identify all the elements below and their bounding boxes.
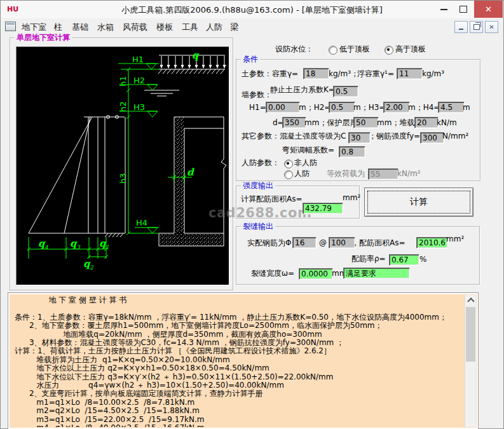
- menu-item-beam[interactable]: 梁: [230, 22, 238, 33]
- buoyant-gamma-unit: kg/m³: [422, 69, 444, 79]
- dim-h3-label: h3: [118, 173, 128, 184]
- scroll-up-button[interactable]: [465, 295, 476, 306]
- rebar-area-unit: mm²: [446, 235, 464, 244]
- report-scrollbar[interactable]: [465, 295, 476, 427]
- as-output-field[interactable]: 432.79: [303, 203, 343, 214]
- k-label: 静止土压力系数K=: [270, 85, 335, 95]
- menu-item-foundation[interactable]: 基础: [72, 22, 88, 33]
- dim-h2-label: h2: [118, 101, 128, 112]
- verdict-field[interactable]: 满足要求: [343, 268, 410, 279]
- steel-strength-field[interactable]: 300: [420, 132, 444, 144]
- report-line: m1=q1×Lo /8=10.00×2.5 /8=7.81kN.m: [15, 398, 464, 407]
- menu-item-windload[interactable]: 风荷载: [123, 22, 147, 33]
- dim-h1-label: h1: [118, 76, 128, 86]
- footing-section: [160, 234, 223, 246]
- report-line: 3、材料参数：混凝土强度等级为C30，fc=14.3 N/mm ，钢筋抗拉强度为…: [15, 339, 464, 347]
- level-H3-label: H3: [133, 102, 145, 112]
- equivalent-load-unit: kN/m²: [397, 169, 420, 179]
- strength-group-title: 强度输出: [241, 181, 275, 190]
- radio-above-roof[interactable]: [385, 46, 393, 55]
- equivalent-load-label: 等效荷载为: [327, 169, 365, 179]
- crack-width-field[interactable]: 0.0000: [299, 268, 333, 280]
- radio-civildef-label: 人防: [294, 169, 310, 179]
- steel-strength-unit: N/mm²: [442, 132, 468, 141]
- mdi-child-icon[interactable]: [5, 22, 16, 31]
- mdi-close-icon: ✕: [489, 24, 494, 31]
- radio-above-roof-label: 高于顶板: [395, 44, 426, 54]
- wall-section: [175, 118, 184, 233]
- gamma-field[interactable]: 18: [303, 68, 329, 79]
- minimize-button[interactable]: [434, 1, 453, 18]
- pressure-q2-sub: 2: [90, 264, 94, 271]
- mdi-close-button[interactable]: ✕: [485, 21, 498, 33]
- diagram-canvas: q H1 H2 H3 H4 h1 h2 h3 d q 4 q 3 q 1 q 2: [16, 46, 229, 285]
- mdi-minimize-button[interactable]: [454, 21, 468, 33]
- maximize-button[interactable]: [454, 1, 473, 18]
- report-line: 2、地下室参数：覆土层厚h1=500mm，地下室侧墙计算跨度Lo=2500mm，…: [15, 322, 464, 330]
- mdi-restore-icon: [473, 24, 480, 30]
- menu-item-floorslab[interactable]: 楼板: [156, 22, 173, 33]
- civildef-param-label: 人防参数：: [242, 158, 280, 168]
- rebar-dia-field[interactable]: 16: [292, 237, 317, 249]
- report-title-line: 地 下 室 侧 壁 计 算 书: [15, 296, 464, 304]
- menu-item-watertank[interactable]: 水箱: [97, 22, 114, 33]
- arrow-heads: [160, 65, 226, 69]
- menu-item-civildef[interactable]: 人防: [206, 22, 222, 33]
- client-area: 单层地下室计算: [1, 34, 503, 428]
- report-line: 地下水位以下土压力 q3=K×γ′×(h2 ＋ h3)=0.50×11×(1.5…: [15, 373, 464, 381]
- ratio-field[interactable]: 0.67: [389, 254, 419, 266]
- menu-item-basement[interactable]: 地下室: [22, 22, 46, 33]
- gamma-unit: kg/m³；: [329, 69, 358, 79]
- rebar-area-label: ，配筋面积As=: [351, 238, 405, 248]
- buoyant-gamma-field[interactable]: 11: [397, 68, 423, 79]
- scrollbar-thumb[interactable]: [466, 307, 475, 362]
- wall-param-label: 墙参数：: [242, 90, 272, 100]
- title-bar: HU 小虎工具箱.第四版2006.9.(h88u@163.com) - [单层地…: [1, 1, 503, 18]
- at-symbol: @: [319, 238, 327, 248]
- crack-group-title: 裂缝输出: [241, 222, 275, 231]
- calculate-button[interactable]: 计算: [364, 187, 473, 217]
- k-field[interactable]: 0.5: [333, 86, 358, 97]
- menu-item-tools[interactable]: 工具: [182, 22, 198, 33]
- green-dimension-lines: [27, 64, 192, 259]
- as-unit: mm²: [343, 193, 360, 203]
- mdi-restore-button[interactable]: [470, 21, 483, 33]
- minimize-icon: [440, 9, 447, 10]
- radio-civildef[interactable]: [284, 170, 293, 179]
- diagram-group-title: 单层地下室计算: [15, 33, 72, 42]
- ratio-unit: %: [419, 255, 426, 264]
- chevron-up-icon: [467, 297, 474, 304]
- radio-non-civildef[interactable]: [284, 160, 293, 168]
- pressure-q1-sub: 1: [106, 244, 109, 250]
- level-H4-label: H4: [136, 218, 147, 228]
- h1-label: H1=: [249, 103, 266, 112]
- close-button[interactable]: ✕: [474, 1, 503, 18]
- h3-field[interactable]: 2.00: [383, 102, 410, 113]
- pressure-q4-sub: 4: [44, 244, 48, 250]
- report-line: 计算：1、荷载计算，土压力按静止土压力计算 ［《全国民用建筑工程设计技术措施》2…: [15, 347, 464, 355]
- equivalent-load-field[interactable]: 55: [368, 168, 398, 180]
- menu-bar: 地下室 柱 基础 水箱 风荷载 楼板 工具 人防 梁 ✕: [1, 18, 503, 35]
- maximize-icon: [460, 6, 467, 13]
- surcharge-field[interactable]: 20: [414, 117, 439, 128]
- buoyant-gamma-label: 浮容重γ¹=: [357, 69, 394, 79]
- diagram-groupbox: 单层地下室计算: [10, 37, 233, 290]
- moment-factor-field[interactable]: 0.8: [339, 146, 365, 158]
- h4-field[interactable]: 4.5: [438, 102, 465, 113]
- radio-below-roof[interactable]: [329, 46, 337, 55]
- moment-factor-label: 弯矩调幅系数=: [282, 146, 334, 155]
- cover-label: mm；保护层厚: [304, 118, 357, 128]
- h1-field[interactable]: 0.00: [266, 102, 300, 113]
- other-param-label: 其它参数：混凝土强度等级为C: [242, 132, 346, 141]
- report-line: m3=q1×Lo /15=22.00×2.5 /15=9.17kN.m: [15, 416, 464, 424]
- h-unit-label: m: [463, 103, 470, 112]
- menu-item-column[interactable]: 柱: [54, 22, 62, 33]
- cover-field[interactable]: 50: [353, 117, 379, 128]
- concrete-grade-field[interactable]: 30: [348, 132, 371, 144]
- h2-field[interactable]: 0.5: [329, 102, 355, 113]
- d-field[interactable]: 350: [282, 117, 306, 128]
- report-line: [15, 304, 464, 313]
- radio-below-roof-label: 低于顶板: [339, 44, 370, 54]
- rebar-area-field[interactable]: 2010.6: [416, 237, 448, 249]
- report-line: 地面堆载q=20kN/mm ，侧壁厚度d=350mm，截面有效高度ho=300m…: [15, 330, 464, 339]
